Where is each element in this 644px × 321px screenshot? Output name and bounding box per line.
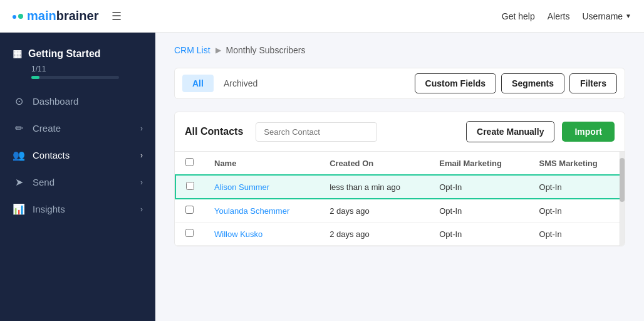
contacts-header: All Contacts Create Manually Import	[175, 112, 625, 152]
filters-button[interactable]: Filters	[569, 73, 617, 93]
logo-main: main	[27, 9, 56, 23]
dot-blue	[13, 15, 16, 19]
row-3-name: Willow Kusko	[204, 223, 319, 246]
table-row: Willow Kusko 2 days ago Opt-In Opt-In	[175, 223, 624, 246]
getting-started-block[interactable]: ▦ Getting Started 1/11	[0, 39, 155, 88]
top-nav: mainbrainer ☰ Get help Alerts Username ▼	[0, 0, 644, 33]
insights-icon: 📊	[13, 203, 25, 215]
progress-area: 1/11	[31, 65, 143, 79]
sidebar-label-dashboard: Dashboard	[33, 96, 143, 107]
main-layout: ▦ Getting Started 1/11 ⊙ Dashboard ✏ Cre…	[0, 33, 644, 321]
row-1-name: Alison Summer	[204, 175, 319, 199]
contacts-arrow-icon: ›	[140, 151, 143, 160]
dot-teal	[18, 14, 23, 19]
row-1-email-marketing: Opt-In	[429, 175, 529, 199]
row-3-created-on: 2 days ago	[319, 223, 429, 246]
row-2-created-on: 2 days ago	[319, 199, 429, 223]
contacts-title: All Contacts	[185, 126, 243, 137]
tab-all[interactable]: All	[182, 75, 214, 92]
getting-started-icon: ▦	[13, 48, 22, 60]
sidebar-label-send: Send	[33, 177, 133, 187]
username-menu[interactable]: Username ▼	[583, 11, 632, 21]
logo-text: mainbrainer	[27, 9, 99, 23]
row-1-sms-marketing: Opt-In	[529, 175, 624, 199]
create-manually-button[interactable]: Create Manually	[466, 121, 554, 142]
logo-icon: mainbrainer	[13, 9, 99, 23]
create-icon: ✏	[13, 122, 25, 134]
contacts-card: All Contacts Create Manually Import Name	[174, 112, 625, 246]
sidebar-label-create: Create	[33, 123, 133, 134]
breadcrumb: CRM List ▶ Monthly Subscribers	[174, 45, 625, 55]
sidebar: ▦ Getting Started 1/11 ⊙ Dashboard ✏ Cre…	[0, 33, 155, 321]
contacts-icon: 👥	[13, 149, 25, 161]
progress-bar-fill	[31, 76, 39, 79]
row-2-checkbox[interactable]	[185, 206, 194, 214]
tab-bar: All Archived Custom Fields Segments Filt…	[174, 68, 625, 99]
chevron-down-icon: ▼	[625, 13, 631, 19]
sidebar-item-contacts[interactable]: 👥 Contacts ›	[0, 142, 155, 169]
progress-label: 1/11	[31, 65, 143, 73]
sidebar-item-send[interactable]: ➤ Send ›	[0, 169, 155, 196]
scroll-track	[620, 152, 625, 246]
contact-name-link-2[interactable]: Youlanda Schemmer	[214, 206, 289, 216]
row-2-email-marketing: Opt-In	[429, 199, 529, 223]
sidebar-label-contacts: Contacts	[33, 150, 133, 160]
sidebar-item-dashboard[interactable]: ⊙ Dashboard	[0, 88, 155, 115]
getting-started-label: Getting Started	[28, 48, 101, 60]
tab-archived[interactable]: Archived	[214, 75, 267, 92]
search-contact-input[interactable]	[256, 122, 377, 142]
getting-started-title: ▦ Getting Started	[13, 48, 143, 60]
table-row: Youlanda Schemmer 2 days ago Opt-In Opt-…	[175, 199, 624, 223]
hamburger-icon[interactable]: ☰	[112, 9, 122, 23]
table-wrapper: Name Created On Email Marketing SMS Mark…	[175, 152, 625, 246]
header-sms-marketing: SMS Marketing	[529, 152, 624, 175]
contact-name-link-3[interactable]: Willow Kusko	[214, 229, 262, 239]
table-row: Alison Summer less than a min ago Opt-In…	[175, 175, 624, 199]
sidebar-item-insights[interactable]: 📊 Insights ›	[0, 196, 155, 223]
logo-dots	[13, 14, 23, 19]
import-button[interactable]: Import	[562, 122, 615, 142]
custom-fields-button[interactable]: Custom Fields	[415, 73, 496, 93]
table-header-row: Name Created On Email Marketing SMS Mark…	[175, 152, 624, 175]
row-3-checkbox[interactable]	[185, 229, 194, 237]
sidebar-label-insights: Insights	[33, 204, 133, 214]
username-label: Username	[583, 11, 623, 21]
breadcrumb-crm-list[interactable]: CRM List	[174, 45, 210, 55]
nav-right: Get help Alerts Username ▼	[502, 11, 631, 21]
row-checkbox-cell-1	[175, 175, 204, 199]
insights-arrow-icon: ›	[140, 205, 143, 214]
alerts-link[interactable]: Alerts	[548, 11, 570, 21]
segments-button[interactable]: Segments	[501, 73, 564, 93]
select-all-checkbox[interactable]	[185, 158, 194, 166]
content-area: CRM List ▶ Monthly Subscribers All Archi…	[155, 33, 644, 321]
send-icon: ➤	[13, 176, 25, 188]
row-1-checkbox[interactable]	[186, 182, 194, 190]
row-3-sms-marketing: Opt-In	[529, 223, 624, 246]
row-1-created-on: less than a min ago	[319, 175, 429, 199]
progress-value: 1/11	[31, 65, 46, 73]
create-arrow-icon: ›	[140, 124, 143, 133]
progress-bar-bg	[31, 76, 119, 79]
send-arrow-icon: ›	[140, 178, 143, 187]
row-checkbox-cell-3	[175, 223, 204, 246]
row-2-sms-marketing: Opt-In	[529, 199, 624, 223]
scroll-thumb[interactable]	[620, 158, 625, 202]
row-checkbox-cell-2	[175, 199, 204, 223]
row-3-email-marketing: Opt-In	[429, 223, 529, 246]
contact-name-link-1[interactable]: Alison Summer	[214, 182, 269, 192]
logo-area: mainbrainer ☰	[13, 9, 502, 23]
header-email-marketing: Email Marketing	[429, 152, 529, 175]
breadcrumb-current: Monthly Subscribers	[226, 45, 306, 55]
logo-brainer: brainer	[56, 9, 99, 23]
sidebar-item-create[interactable]: ✏ Create ›	[0, 115, 155, 142]
header-name: Name	[204, 152, 319, 175]
row-2-name: Youlanda Schemmer	[204, 199, 319, 223]
dashboard-icon: ⊙	[13, 95, 25, 107]
header-checkbox-cell	[175, 152, 204, 175]
header-created-on: Created On	[319, 152, 429, 175]
breadcrumb-separator: ▶	[216, 46, 221, 55]
contacts-table: Name Created On Email Marketing SMS Mark…	[175, 152, 625, 246]
get-help-link[interactable]: Get help	[502, 11, 535, 21]
